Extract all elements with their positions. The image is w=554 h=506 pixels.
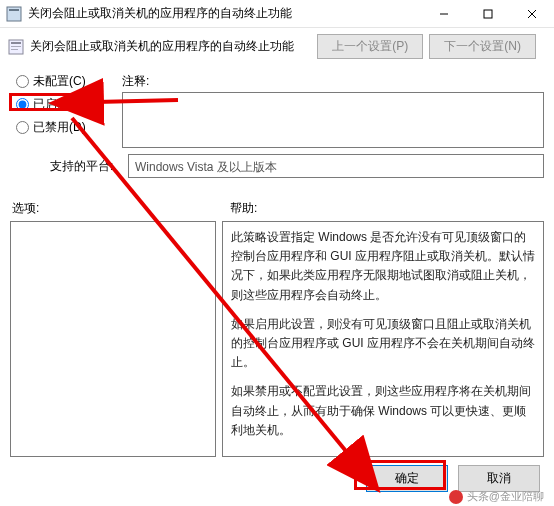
ok-button[interactable]: 确定 <box>366 465 448 492</box>
svg-rect-7 <box>11 42 21 44</box>
radio-enabled[interactable]: 已启用(E) <box>16 96 122 113</box>
help-paragraph: 如果禁用或不配置此设置，则这些应用程序将在关机期间自动终止，从而有助于确保 Wi… <box>231 382 535 440</box>
radio-disabled[interactable]: 已禁用(D) <box>16 119 122 136</box>
window-controls <box>422 0 554 27</box>
svg-rect-3 <box>484 10 492 18</box>
comment-label: 注释: <box>122 73 544 90</box>
maximize-button[interactable] <box>466 0 510 27</box>
minimize-button[interactable] <box>422 0 466 27</box>
platform-value: Windows Vista 及以上版本 <box>128 154 544 178</box>
app-icon <box>6 6 22 22</box>
help-pane: 此策略设置指定 Windows 是否允许没有可见顶级窗口的控制台应用程序和 GU… <box>222 221 544 457</box>
options-label: 选项: <box>10 200 230 217</box>
radio-not-configured-input[interactable] <box>16 75 29 88</box>
next-setting-button[interactable]: 下一个设置(N) <box>429 34 536 59</box>
window-title: 关闭会阻止或取消关机的应用程序的自动终止功能 <box>28 5 422 22</box>
watermark-text: 头条@金业陪聊 <box>467 489 544 504</box>
help-label: 帮助: <box>230 200 257 217</box>
svg-rect-8 <box>11 46 21 47</box>
options-pane <box>10 221 216 457</box>
state-radios: 未配置(C) 已启用(E) 已禁用(D) <box>10 65 122 136</box>
close-button[interactable] <box>510 0 554 27</box>
svg-rect-9 <box>11 49 18 50</box>
titlebar: 关闭会阻止或取消关机的应用程序的自动终止功能 <box>0 0 554 28</box>
subheader: 关闭会阻止或取消关机的应用程序的自动终止功能 上一个设置(P) 下一个设置(N) <box>0 28 554 65</box>
prev-setting-button[interactable]: 上一个设置(P) <box>317 34 423 59</box>
dialog-footer: 确定 取消 <box>366 465 540 492</box>
policy-title: 关闭会阻止或取消关机的应用程序的自动终止功能 <box>30 38 311 55</box>
watermark: 头条@金业陪聊 <box>449 489 544 504</box>
watermark-logo-icon <box>449 490 463 504</box>
policy-icon <box>8 39 24 55</box>
radio-disabled-input[interactable] <box>16 121 29 134</box>
svg-rect-1 <box>9 9 19 11</box>
radio-enabled-input[interactable] <box>16 98 29 111</box>
help-paragraph: 此策略设置指定 Windows 是否允许没有可见顶级窗口的控制台应用程序和 GU… <box>231 228 535 305</box>
cancel-button[interactable]: 取消 <box>458 465 540 492</box>
platform-label: 支持的平台: <box>10 158 128 175</box>
help-paragraph: 如果启用此设置，则没有可见顶级窗口且阻止或取消关机的控制台应用程序或 GUI 应… <box>231 315 535 373</box>
radio-not-configured[interactable]: 未配置(C) <box>16 73 122 90</box>
comment-textarea[interactable] <box>122 92 544 148</box>
